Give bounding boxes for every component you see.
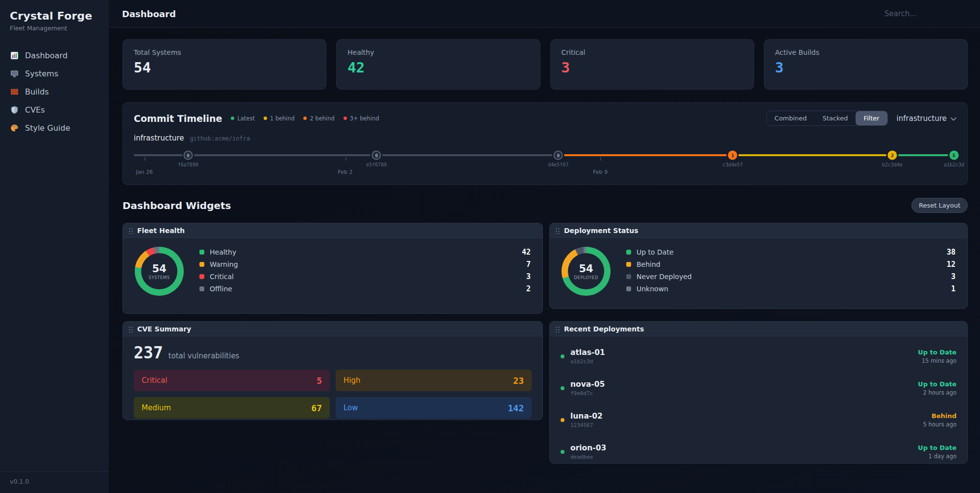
legend-label: Warning: [210, 260, 238, 268]
legend-value: 1: [951, 284, 956, 293]
fleet-health-widget: Fleet Health 54 SYSTEMS Healthy 42: [122, 223, 543, 314]
legend-label: Unknown: [637, 285, 668, 293]
view-mode-button[interactable]: Combined: [767, 111, 815, 125]
commit-marker[interactable]: 0: [372, 151, 381, 160]
legend-swatch: [199, 274, 204, 279]
reset-layout-button[interactable]: Reset Layout: [911, 198, 968, 213]
legend-value: 42: [522, 248, 531, 257]
deployment-row[interactable]: orion-03 deadbee Up to Date 1 day ago: [561, 436, 956, 464]
deployment-row[interactable]: luna-02 1234567 Behind 5 hours ago: [561, 404, 956, 436]
sidebar-item-style-guide[interactable]: Style Guide: [0, 119, 109, 137]
deploy-hash: 1234567: [570, 422, 603, 428]
sidebar-item-dashboard[interactable]: Dashboard: [0, 47, 109, 65]
commit-marker[interactable]: 0: [183, 151, 193, 160]
drag-handle-icon[interactable]: [128, 326, 133, 332]
drag-handle-icon[interactable]: [555, 326, 560, 332]
deploy-time: 15 mins ago: [918, 357, 956, 364]
donut-center-label: SYSTEMS: [148, 275, 170, 280]
cve-severity-tile: Low 142: [336, 397, 532, 419]
drag-handle-icon[interactable]: [128, 227, 133, 234]
commit-marker[interactable]: 1: [728, 151, 737, 160]
view-mode-button[interactable]: Stacked: [815, 111, 856, 125]
cve-severity-count: 23: [513, 376, 524, 386]
brand: Crystal Forge Fleet Management: [0, 0, 109, 32]
deploy-time: 1 day ago: [918, 453, 956, 460]
legend-row: Never Deployed 3: [626, 272, 956, 281]
commit-hash: b2c3d4e: [882, 162, 903, 167]
legend-label: 3+ behind: [350, 115, 379, 122]
timeline-tick: [600, 157, 601, 161]
commit-hash: a1b2c3d: [944, 162, 964, 167]
cve-severity-tile: High 23: [336, 370, 532, 391]
widgets-section-title: Dashboard Widgets: [122, 200, 231, 211]
status-dot: [561, 386, 564, 390]
cve-severity-label: Low: [343, 403, 358, 412]
deploy-hash: a1b2c3d: [570, 358, 605, 365]
timeline-tick: [145, 157, 146, 161]
cve-total: 237: [134, 343, 163, 362]
cve-severity-tile: Critical 5: [134, 370, 330, 391]
deployment-row[interactable]: atlas-01 a1b2c3d Up to Date 15 mins ago: [561, 340, 956, 372]
repo-row: infrastructure github:acme/infra: [134, 134, 956, 142]
deploy-status: Up to Date: [918, 349, 956, 356]
stat-cards: Total Systems 54 Healthy 42 Critical 3 A…: [122, 39, 968, 90]
deployment-status-donut: 54 DEPLOYED: [562, 247, 611, 296]
timeline-legend: Latest 1 behind 2 behind 3+ behind: [231, 115, 379, 122]
widget-title: Fleet Health: [137, 227, 185, 235]
deployment-row[interactable]: nova-05 f9e8d7c Up to Date 2 hours ago: [561, 372, 956, 404]
legend-value: 3: [526, 272, 531, 281]
palette-icon: [10, 124, 19, 133]
app-version: v0.1.0: [0, 471, 109, 493]
legend-item: 3+ behind: [343, 115, 379, 122]
timeline-track: Jan 26 Feb 2 Feb 9 0 f6a7890 0 e5f6789: [134, 147, 956, 179]
app-title: Crystal Forge: [10, 10, 99, 22]
legend-label: 2 behind: [310, 115, 334, 122]
legend-label: Never Deployed: [637, 273, 692, 281]
legend-row: Warning 7: [199, 260, 531, 269]
bricks-icon: [10, 88, 19, 96]
sidebar-item-builds[interactable]: Builds: [0, 83, 109, 101]
legend-row: Healthy 42: [199, 248, 531, 257]
legend-swatch: [626, 250, 631, 255]
legend-row: Behind 12: [626, 260, 956, 269]
legend-value: 3: [951, 272, 956, 281]
legend-value: 38: [947, 248, 956, 257]
donut-center-label: DEPLOYED: [574, 275, 598, 280]
monitor-icon: [10, 70, 19, 78]
sidebar: Crystal Forge Fleet Management Dashboard…: [0, 0, 109, 493]
deploy-status: Behind: [923, 412, 956, 420]
cve-total-label: total vulnerabilities: [169, 352, 240, 360]
sidebar-item-label: Style Guide: [25, 123, 70, 133]
view-mode-group: CombinedStackedFilter: [766, 111, 888, 126]
repo-name: infrastructure: [134, 134, 184, 142]
cve-severity-tile: Medium 67: [134, 397, 330, 419]
chevron-down-icon: [951, 114, 956, 123]
cve-severity-label: Medium: [142, 403, 171, 412]
commit-marker[interactable]: 0: [554, 151, 563, 160]
recent-deployments-widget: Recent Deployments atlas-01 a1b2c3d Up t…: [549, 321, 968, 464]
sidebar-item-label: Dashboard: [25, 51, 68, 60]
commit-timeline-panel: Commit Timeline Latest 1 behind 2 behind: [122, 102, 968, 185]
legend-label: Healthy: [210, 248, 236, 256]
stat-card: Critical 3: [550, 39, 754, 90]
shield-icon: [10, 106, 19, 115]
timeline-date-label: Feb 9: [593, 169, 608, 175]
repo-source: github:acme/infra: [190, 135, 250, 142]
search-input[interactable]: [884, 9, 968, 18]
sidebar-item-cves[interactable]: CVEs: [0, 101, 109, 119]
sidebar-item-systems[interactable]: Systems: [0, 65, 109, 83]
drag-handle-icon[interactable]: [555, 227, 560, 234]
commit-marker[interactable]: 5: [949, 151, 958, 160]
widgets-grid: Fleet Health 54 SYSTEMS Healthy 42: [122, 223, 968, 464]
page-title: Dashboard: [122, 9, 176, 19]
repo-selector[interactable]: infrastructure: [897, 114, 956, 123]
legend-row: Critical 3: [199, 272, 531, 281]
widget-title: Deployment Status: [564, 227, 638, 235]
repo-selector-value: infrastructure: [897, 114, 947, 123]
host-name: orion-03: [570, 444, 606, 452]
legend-label: Latest: [237, 115, 255, 122]
commit-marker[interactable]: 2: [888, 151, 897, 160]
cve-severity-count: 5: [317, 376, 322, 386]
legend-swatch: [626, 286, 631, 291]
view-mode-button[interactable]: Filter: [856, 111, 887, 125]
